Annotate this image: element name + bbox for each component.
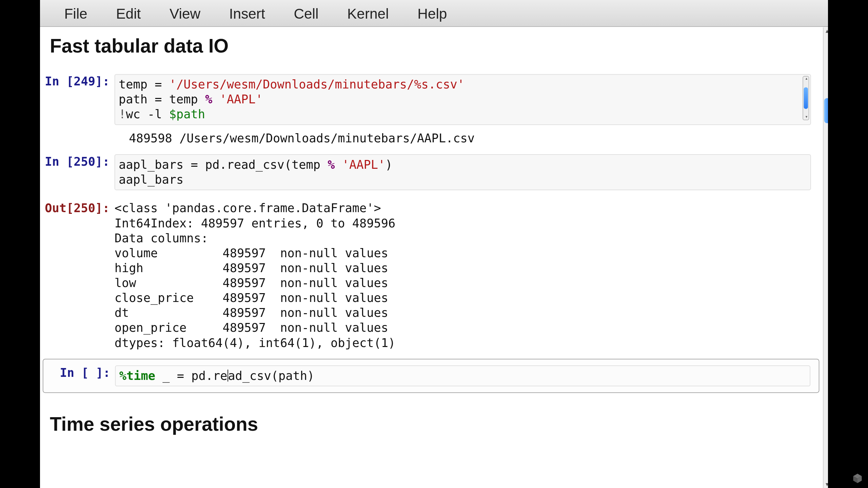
code-text: aapl_bars = pd.read_csv(temp bbox=[119, 157, 328, 171]
code-text: ad_csv(path) bbox=[228, 368, 314, 383]
menu-file[interactable]: File bbox=[50, 0, 102, 27]
heading-fast-tabular: Fast tabular data IO bbox=[50, 35, 823, 57]
code-text: %time bbox=[119, 368, 155, 383]
notebook-body[interactable]: Fast tabular data IO In [249]: temp = '/… bbox=[39, 27, 823, 488]
code-input-250[interactable]: aapl_bars = pd.read_csv(temp % 'AAPL') a… bbox=[115, 154, 811, 190]
in-prompt-250: In [250]: bbox=[43, 154, 115, 169]
code-text: temp = bbox=[119, 77, 169, 92]
code-input-249[interactable]: temp = '/Users/wesm/Downloads/minutebars… bbox=[115, 74, 811, 125]
code-text: % bbox=[328, 157, 335, 171]
out-text: dtypes: float64(4), int64(1), object(1) bbox=[115, 336, 816, 350]
scroll-thumb[interactable] bbox=[804, 87, 808, 109]
chevron-down-icon[interactable]: ▾ bbox=[804, 116, 808, 119]
code-text: '/Users/wesm/Downloads/minutebars/%s.csv… bbox=[169, 77, 465, 92]
code-text: ! bbox=[119, 107, 126, 121]
out-text: Data columns: bbox=[115, 231, 816, 246]
chevron-up-icon[interactable]: ▴ bbox=[804, 77, 808, 81]
out-text: close_price 489597 non-null values bbox=[115, 291, 816, 306]
menu-cell[interactable]: Cell bbox=[279, 0, 333, 27]
menu-help[interactable]: Help bbox=[403, 0, 461, 27]
watermark-cube-icon bbox=[852, 473, 863, 483]
pillarbox-right bbox=[828, 0, 868, 488]
jupyter-window: File Edit View Insert Cell Kernel Help F… bbox=[0, 0, 868, 488]
cell-249[interactable]: In [249]: temp = '/Users/wesm/Downloads/… bbox=[43, 74, 820, 146]
code-text: 'AAPL' bbox=[220, 92, 263, 106]
out-text: Int64Index: 489597 entries, 0 to 489596 bbox=[115, 216, 816, 231]
cell-250[interactable]: In [250]: aapl_bars = pd.read_csv(temp %… bbox=[43, 154, 820, 350]
out-text: dt 489597 non-null values bbox=[115, 306, 816, 321]
pillarbox-left bbox=[0, 0, 40, 488]
out-text: <class 'pandas.core.frame.DataFrame'> bbox=[115, 201, 816, 216]
code-input-active[interactable]: %time _ = pd.read_csv(path) bbox=[115, 365, 810, 386]
out-text: low 489597 non-null values bbox=[115, 276, 816, 291]
notebook-window: File Edit View Insert Cell Kernel Help F… bbox=[39, 0, 830, 488]
code-text: ) bbox=[385, 157, 392, 171]
menubar: File Edit View Insert Cell Kernel Help bbox=[39, 0, 830, 27]
code-text: $path bbox=[169, 107, 205, 121]
out-prompt-250: Out[250]: bbox=[43, 201, 115, 216]
cell-selected[interactable]: In [ ]: %time _ = pd.read_csv(path) bbox=[43, 359, 820, 393]
code-text bbox=[335, 157, 342, 171]
heading-time-series: Time series operations bbox=[50, 413, 823, 435]
out-text: open_price 489597 non-null values bbox=[115, 321, 816, 336]
code-text: wc -l bbox=[126, 107, 169, 121]
menu-kernel[interactable]: Kernel bbox=[333, 0, 403, 27]
code-text: % bbox=[205, 92, 212, 106]
code-text: _ = pd.re bbox=[155, 368, 228, 383]
code-text: 'AAPL' bbox=[342, 157, 385, 171]
cell-mini-scrollbar[interactable]: ▴ ▾ bbox=[803, 76, 809, 120]
stdout-text: 489598 /Users/wesm/Downloads/minutebars/… bbox=[115, 131, 816, 146]
menu-edit[interactable]: Edit bbox=[102, 0, 155, 27]
code-text: path = temp bbox=[119, 92, 205, 106]
menu-insert[interactable]: Insert bbox=[215, 0, 279, 27]
out-text: volume 489597 non-null values bbox=[115, 246, 816, 261]
out-text: high 489597 non-null values bbox=[115, 261, 816, 276]
in-prompt-blank: In [ ]: bbox=[43, 365, 115, 380]
code-text bbox=[212, 92, 219, 106]
in-prompt-249: In [249]: bbox=[43, 74, 115, 89]
menu-view[interactable]: View bbox=[155, 0, 215, 27]
code-text: aapl_bars bbox=[119, 172, 183, 186]
